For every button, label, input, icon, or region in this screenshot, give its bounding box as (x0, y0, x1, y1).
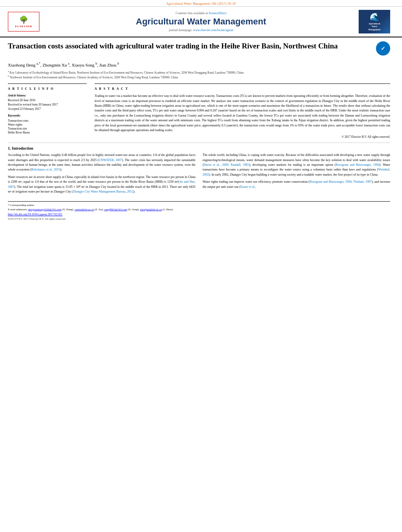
section-1-heading: 1. Introduction (8, 146, 390, 150)
homepage-link[interactable]: www.elsevier.com/locate/agwat (193, 28, 233, 32)
abstract-panel: A B S T R A C T Trading in water via a m… (95, 83, 390, 139)
date-received: Received 28 June 2016 (8, 98, 87, 102)
journal-logo-text: AgriculturalWaterManagement (368, 22, 381, 31)
author-1: Xiaohong Deng a,* (8, 63, 40, 67)
info-abstract-section: A R T I C L E I N F O Article history: R… (8, 83, 390, 139)
issn-line: 0378-3774/© 2017 Elsevier B.V. All right… (8, 217, 390, 221)
authors-line: Xiaohong Deng a,*, Zhongmin Xu a, Xiaoyu… (8, 62, 390, 67)
contents-line: Contents lists available at ScienceDirec… (43, 11, 359, 15)
footnote-star: * Corresponding author. (8, 203, 390, 208)
email-song[interactable]: song9901@163.com (104, 208, 127, 211)
article-title: Transaction costs associated with agricu… (8, 41, 376, 51)
elsevier-name: ELSEVIER (15, 25, 32, 28)
journal-reference: Agricultural Water Management 186 (2017)… (166, 2, 236, 6)
page-header: 🌳 ELSEVIER Contents lists available at S… (0, 7, 402, 37)
email-zhou[interactable]: zhoujian@lzb.ac.cn (140, 208, 162, 211)
rosegrant2-link[interactable]: Rosegrant and Binswanger, 1994; Thobani,… (310, 180, 372, 184)
copyright-line: © 2017 Elsevier B.V. All rights reserved… (95, 135, 390, 139)
keyword-2: Water rights (8, 123, 87, 126)
elsevier-tree-icon: 🌳 (19, 15, 28, 24)
keywords-section: Keywords: Transaction costs Water rights… (8, 114, 87, 134)
contents-text: Contents lists available at (176, 11, 208, 15)
date-revised: Received in revised form 20 January 2017 (8, 103, 87, 106)
journal-top-bar: Agricultural Water Management 186 (2017)… (0, 0, 402, 7)
crossmark-badge: ✓ (376, 41, 390, 56)
anhao-link[interactable]: An and Hao, 2007 (8, 180, 195, 188)
author-2: Zhongmin Xu a (43, 63, 69, 67)
footnotes-area: * Corresponding author. E-mail addresses… (8, 201, 390, 221)
page: Agricultural Water Management 186 (2017)… (0, 0, 402, 532)
rosegrant-link[interactable]: Rosegrant and Binswanger, 1994 (336, 163, 380, 167)
easter-link[interactable]: Easter et al., (240, 185, 256, 189)
body-col2-para1: The whole world, including China, is cop… (203, 153, 390, 177)
footnote-emails: E-mail addresses: dengxiaohong2528@163.c… (8, 208, 390, 212)
body-two-col: According to the United Nations, roughly… (8, 153, 390, 196)
weinthal-link[interactable]: Weinthal, 2002 (203, 168, 390, 176)
affiliation-a: a Key Laboratory of Ecohydrology of Inla… (8, 70, 390, 75)
body-col2-para2: Water rights trading can improve water u… (203, 180, 390, 189)
journal-url-line: journal homepage: www.elsevier.com/locat… (43, 28, 359, 32)
keyword-4: Heihe River Basin (8, 131, 87, 134)
author-4: Jian Zhou b (99, 63, 119, 67)
section-divider (8, 143, 390, 143)
elsevier-logo: 🌳 ELSEVIER (8, 12, 39, 32)
unwater-link[interactable]: UNWATER, 2007 (99, 158, 122, 162)
abstract-header: A B S T R A C T (95, 87, 390, 91)
header-center: Contents lists available at ScienceDirec… (43, 11, 359, 32)
body-col1-para2: Water resources are in severe short supp… (8, 175, 195, 195)
title-area: Transaction costs associated with agricu… (8, 41, 390, 58)
journal-title: Agricultural Water Management (43, 17, 359, 27)
bekchanov-link[interactable]: Bekchanov et al., 2015 (32, 168, 61, 171)
abstract-text: Trading in water via a market has become… (95, 94, 390, 133)
header-left: 🌳 ELSEVIER (8, 12, 43, 32)
homepage-text: journal homepage: (169, 28, 192, 32)
email-xu[interactable]: xzmin@lzb.ac.cn (74, 208, 94, 211)
article-content: Transaction costs associated with agricu… (0, 37, 402, 225)
doi-line: http://dx.doi.org/10.1016/j.agwat.2017.0… (8, 212, 390, 217)
zhangye-link[interactable]: Zhangye City Water Management Bureau, 20… (73, 190, 133, 193)
journal-logo-box: 🌊 AgriculturalWaterManagement (359, 10, 390, 33)
date-accepted: Accepted 22 February 2017 (8, 107, 87, 111)
doi-link[interactable]: http://dx.doi.org/10.1016/j.agwat.2017.0… (8, 213, 62, 216)
body-col1-para1: According to the United Nations, roughly… (8, 153, 195, 172)
keyword-3: Transaction size (8, 127, 87, 130)
article-info-header: A R T I C L E I N F O (8, 87, 87, 91)
aw-logo-icon: 🌊 (370, 12, 380, 22)
body-col-right: The whole world, including China, is cop… (203, 153, 390, 196)
affiliation-b: b Northwest Institute of Eco-Environment… (8, 74, 390, 80)
article-history-label: Article history: (8, 94, 87, 97)
keyword-1: Transaction costs (8, 119, 87, 122)
keywords-label: Keywords: (8, 114, 87, 117)
email-deng[interactable]: dengxiaohong2528@163.com (28, 208, 61, 211)
affiliations: a Key Laboratory of Ecohydrology of Inla… (8, 70, 390, 80)
email-label: E-mail addresses: (8, 208, 28, 211)
sciencedirect-link[interactable]: ScienceDirect (209, 11, 227, 15)
author-3: Xiaoyu Song b (72, 63, 97, 67)
body-col-left: According to the United Nations, roughly… (8, 153, 195, 196)
article-info-panel: A R T I C L E I N F O Article history: R… (8, 83, 87, 139)
harou-link[interactable]: Harou et al., 2009; Randall, 1981 (204, 163, 249, 167)
